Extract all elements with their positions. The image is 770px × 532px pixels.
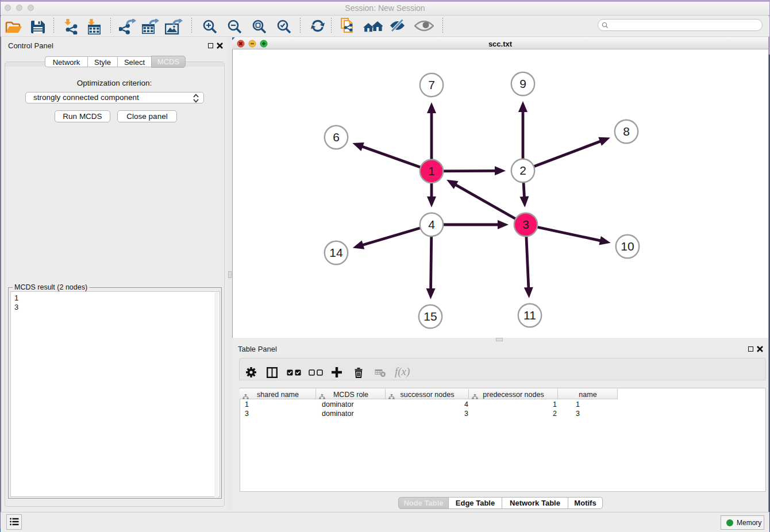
svg-text:4: 4 — [428, 218, 435, 231]
svg-text:15: 15 — [424, 310, 437, 323]
svg-text:14: 14 — [329, 246, 343, 259]
svg-text:8: 8 — [623, 125, 630, 138]
svg-text:9: 9 — [519, 77, 526, 90]
svg-text:7: 7 — [428, 78, 435, 91]
svg-text:2: 2 — [519, 164, 526, 177]
svg-text:3: 3 — [522, 218, 529, 231]
svg-text:11: 11 — [523, 309, 536, 322]
svg-text:6: 6 — [333, 130, 340, 144]
svg-text:10: 10 — [621, 240, 634, 253]
svg-text:1: 1 — [428, 164, 435, 178]
